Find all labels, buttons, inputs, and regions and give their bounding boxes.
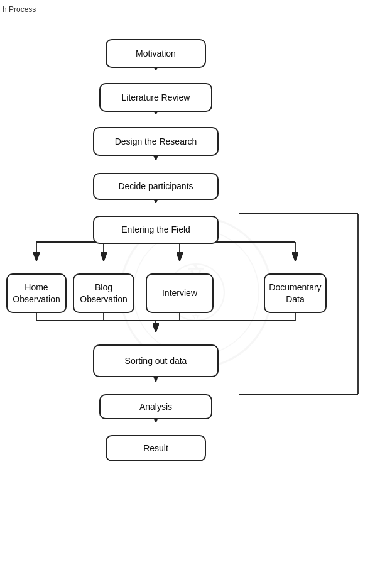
sorting-data-box: Sorting out data (93, 344, 219, 377)
design-research-label: Design the Research (115, 136, 197, 147)
analysis-label: Analysis (139, 401, 172, 412)
motivation-box: Motivation (106, 39, 206, 68)
literature-review-box: Literature Review (99, 83, 212, 112)
literature-review-label: Literature Review (122, 92, 190, 103)
flowchart: Motivation Literature Review Design the … (0, 13, 392, 578)
motivation-label: Motivation (136, 48, 176, 59)
decide-participants-label: Decide participants (118, 180, 193, 192)
entering-field-box: Entering the Field (93, 216, 219, 244)
blog-observation-box: Blog Observation (73, 273, 134, 313)
documentary-data-box: Documentary Data (264, 273, 327, 313)
interview-box: Interview (146, 273, 214, 313)
result-box: Result (106, 435, 206, 461)
interview-label: Interview (162, 287, 197, 299)
home-observation-box: Home Observation (6, 273, 67, 313)
decide-participants-box: Decide participants (93, 173, 219, 200)
analysis-box: Analysis (99, 394, 212, 419)
documentary-data-label: Documentary Data (269, 282, 321, 304)
blog-observation-label: Blog Observation (80, 282, 127, 304)
sorting-data-label: Sorting out data (125, 355, 187, 366)
result-label: Result (143, 443, 168, 454)
design-research-box: Design the Research (93, 127, 219, 156)
entering-field-label: Entering the Field (121, 224, 190, 235)
home-observation-label: Home Observation (13, 282, 60, 304)
